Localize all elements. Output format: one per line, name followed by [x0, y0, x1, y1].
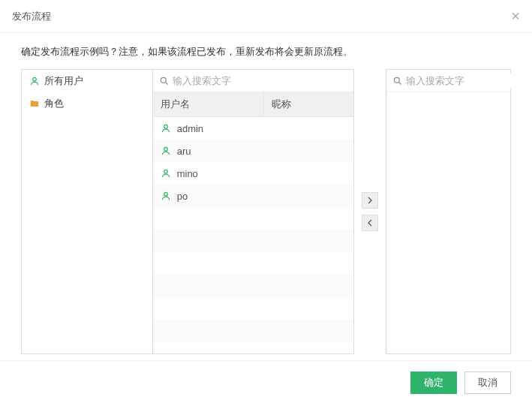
confirm-button[interactable]: 确定 [410, 371, 457, 394]
search-icon [392, 76, 403, 86]
table-row [153, 230, 353, 252]
table-header: 用户名 昵称 [153, 92, 353, 117]
publish-dialog: 发布流程 × 确定发布流程示例吗？注意，如果该流程已发布，重新发布将会更新原流程… [0, 0, 532, 403]
search-icon [159, 76, 170, 86]
search-input-right[interactable] [403, 74, 532, 88]
dialog-body: 确定发布流程示例吗？注意，如果该流程已发布，重新发布将会更新原流程。 所有用户 … [0, 33, 532, 360]
transfer-buttons [354, 69, 386, 354]
selected-panel [386, 69, 511, 354]
move-right-button[interactable] [362, 192, 378, 209]
chevron-right-icon [367, 197, 373, 204]
tree-label-roles: 角色 [44, 97, 64, 110]
table-row[interactable]: mino [153, 162, 353, 185]
cell-username: admin [153, 123, 263, 134]
search-input-middle[interactable] [170, 74, 347, 88]
username-text: po [177, 191, 188, 202]
svg-point-4 [164, 147, 167, 151]
table-row [153, 297, 353, 320]
move-left-button[interactable] [362, 215, 378, 231]
svg-line-8 [399, 82, 401, 84]
table-row[interactable]: aru [153, 140, 353, 162]
svg-line-2 [165, 82, 167, 84]
search-row-right [386, 70, 510, 92]
th-username: 用户名 [153, 92, 263, 116]
user-list-panel: 用户名 昵称 adminaruminopo [152, 69, 354, 354]
svg-point-5 [164, 170, 167, 173]
content-area: 所有用户 角色 用户名 昵称 adminaruminopo [21, 69, 511, 354]
search-row-middle [153, 70, 353, 92]
dialog-footer: 确定 取消 [0, 360, 532, 403]
svg-point-7 [394, 77, 399, 83]
svg-point-3 [164, 125, 167, 128]
table-row [153, 320, 353, 342]
dialog-title: 发布流程 [12, 10, 51, 23]
username-text: aru [177, 146, 191, 157]
close-icon[interactable]: × [511, 8, 520, 25]
folder-icon [29, 98, 40, 109]
cell-username: po [153, 191, 263, 202]
username-text: mino [177, 168, 198, 179]
chevron-left-icon [367, 219, 373, 227]
svg-point-6 [164, 192, 167, 196]
user-icon [161, 168, 171, 179]
dialog-header: 发布流程 × [0, 0, 532, 33]
table-row[interactable]: po [153, 185, 353, 207]
table-row [153, 207, 353, 230]
tree-item-all-users[interactable]: 所有用户 [22, 70, 152, 92]
cell-username: aru [153, 146, 263, 157]
table-row [153, 252, 353, 275]
svg-point-1 [161, 77, 166, 83]
user-icon [161, 146, 171, 156]
tree-label-all-users: 所有用户 [44, 74, 83, 88]
user-icon [29, 76, 40, 86]
th-nickname: 昵称 [263, 92, 353, 116]
table-row [153, 275, 353, 297]
user-icon [161, 191, 171, 201]
table-row[interactable]: admin [153, 117, 353, 140]
tree-panel: 所有用户 角色 [21, 69, 153, 354]
table-rows: adminaruminopo [153, 117, 353, 353]
cancel-button[interactable]: 取消 [464, 371, 511, 394]
confirm-message: 确定发布流程示例吗？注意，如果该流程已发布，重新发布将会更新原流程。 [21, 45, 511, 59]
user-icon [161, 123, 171, 134]
username-text: admin [177, 123, 203, 134]
tree-item-roles[interactable]: 角色 [22, 92, 152, 115]
svg-point-0 [33, 77, 37, 81]
cell-username: mino [153, 168, 263, 179]
